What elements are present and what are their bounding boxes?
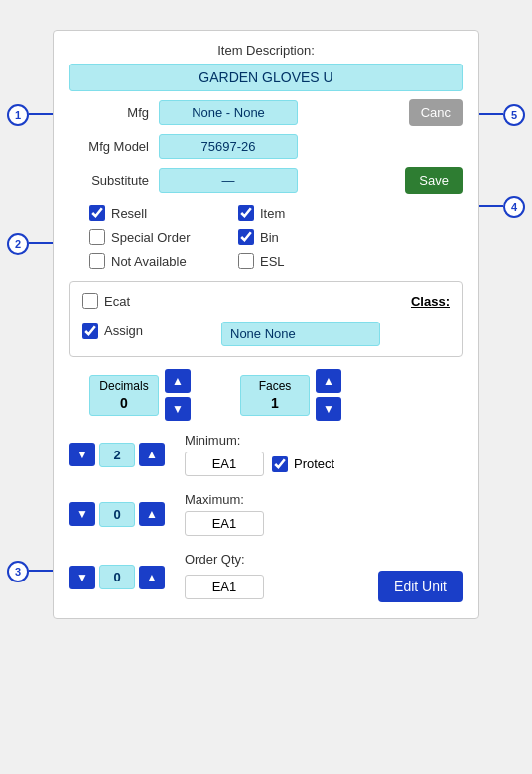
substitute-input[interactable]	[159, 168, 298, 193]
minimum-unit-input[interactable]	[185, 452, 264, 476]
maximum-row: ▼ 0 ▲ Maximum:	[69, 492, 463, 536]
not-available-label: Not Available	[111, 254, 187, 269]
order-qty-unit-input[interactable]	[185, 575, 264, 599]
ecat-checkbox-item[interactable]: Ecat	[82, 293, 201, 309]
class-section: Ecat Class: Assign	[69, 281, 463, 357]
main-form: Item Description: Mfg Canc Mfg Model Sub…	[53, 30, 479, 619]
checkbox-row-1: Resell Item	[89, 205, 463, 221]
faces-label: Faces	[241, 376, 309, 393]
esl-checkbox-item[interactable]: ESL	[238, 253, 357, 269]
esl-label: ESL	[260, 254, 285, 269]
cancel-button[interactable]: Canc	[409, 99, 463, 126]
special-order-checkbox-item[interactable]: Special Order	[89, 229, 208, 245]
substitute-row: Substitute Save	[69, 167, 463, 194]
order-qty-stepper: ▼ 0 ▲	[69, 565, 165, 589]
mfg-label: Mfg	[69, 105, 149, 120]
class-input[interactable]	[221, 322, 380, 346]
bin-checkbox-item[interactable]: Bin	[238, 229, 357, 245]
protect-checkbox[interactable]	[272, 456, 288, 472]
save-button[interactable]: Save	[405, 167, 463, 194]
order-qty-down-button[interactable]: ▼	[69, 566, 95, 589]
faces-spinner: Faces 1 ▲ ▼	[240, 369, 341, 421]
faces-value: 1	[241, 393, 309, 415]
resell-checkbox[interactable]	[89, 205, 105, 221]
mfg-model-row: Mfg Model	[69, 134, 463, 159]
order-qty-label: Order Qty:	[185, 552, 463, 567]
minimum-down-button[interactable]: ▼	[69, 443, 95, 466]
bin-label: Bin	[260, 230, 279, 245]
order-qty-value: 0	[99, 565, 135, 589]
assign-checkbox-item[interactable]: Assign	[82, 323, 201, 339]
annotation-4: 4	[503, 196, 525, 218]
substitute-label: Substitute	[69, 173, 149, 188]
faces-down-button[interactable]: ▼	[316, 397, 341, 421]
annotation-3: 3	[7, 561, 29, 582]
decimals-value: 0	[90, 393, 158, 415]
annotation-2: 2	[7, 233, 29, 255]
mfg-model-input[interactable]	[159, 134, 298, 159]
class-header: Class:	[221, 292, 450, 310]
maximum-label-group: Maximum:	[185, 492, 264, 536]
ecat-checkbox[interactable]	[82, 293, 98, 309]
minimum-row: ▼ 2 ▲ Minimum: Protect	[69, 433, 463, 476]
minimum-up-button[interactable]: ▲	[139, 443, 165, 466]
edit-unit-button[interactable]: Edit Unit	[378, 571, 463, 602]
bottom-section: ▼ 2 ▲ Minimum: Protect	[69, 433, 463, 602]
checkbox-row-3: Not Available ESL	[89, 253, 463, 269]
maximum-value: 0	[99, 502, 135, 527]
decimals-label: Decimals	[90, 376, 158, 393]
mfg-row: Mfg Canc	[69, 99, 463, 126]
class-box-top-row: Ecat Class:	[82, 292, 450, 310]
faces-box: Faces 1	[240, 375, 310, 416]
mfg-model-label: Mfg Model	[69, 139, 149, 154]
minimum-stepper: ▼ 2 ▲	[69, 443, 165, 467]
special-order-checkbox[interactable]	[89, 229, 105, 245]
protect-label: Protect	[294, 456, 334, 471]
annotation-1: 1	[7, 104, 29, 126]
item-checkbox[interactable]	[238, 205, 254, 221]
minimum-label: Minimum:	[185, 433, 334, 448]
assign-label: Assign	[104, 323, 143, 338]
not-available-checkbox[interactable]	[89, 253, 105, 269]
resell-checkbox-item[interactable]: Resell	[89, 205, 208, 221]
minimum-label-group: Minimum: Protect	[185, 433, 334, 476]
maximum-unit-input[interactable]	[185, 511, 264, 536]
decimals-down-button[interactable]: ▼	[165, 397, 191, 421]
not-available-checkbox-item[interactable]: Not Available	[89, 253, 208, 269]
order-qty-row: ▼ 0 ▲ Order Qty: Edit Unit	[69, 552, 463, 602]
protect-checkbox-item[interactable]: Protect	[272, 456, 334, 472]
item-checkbox-item[interactable]: Item	[238, 205, 357, 221]
bin-checkbox[interactable]	[238, 229, 254, 245]
order-qty-label-group: Order Qty: Edit Unit	[185, 552, 463, 602]
spinners-section: Decimals 0 ▲ ▼ Faces 1 ▲ ▼	[89, 369, 463, 421]
decimals-buttons: ▲ ▼	[165, 369, 191, 421]
decimals-up-button[interactable]: ▲	[165, 369, 191, 393]
annotation-5: 5	[503, 104, 525, 126]
checkboxes-section: Resell Item Special Order Bin	[69, 205, 463, 269]
maximum-stepper: ▼ 0 ▲	[69, 502, 165, 527]
faces-buttons: ▲ ▼	[316, 369, 341, 421]
order-qty-up-button[interactable]: ▲	[139, 566, 165, 589]
item-description-input[interactable]	[69, 64, 463, 91]
item-label: Item	[260, 206, 285, 221]
resell-label: Resell	[111, 206, 147, 221]
minimum-value: 2	[99, 443, 135, 467]
item-description-label: Item Description:	[69, 43, 463, 58]
mfg-input[interactable]	[159, 100, 298, 125]
special-order-label: Special Order	[111, 230, 190, 245]
class-header-label: Class:	[411, 294, 450, 309]
maximum-label: Maximum:	[185, 492, 264, 507]
ecat-label: Ecat	[104, 294, 130, 309]
decimals-spinner: Decimals 0 ▲ ▼	[89, 369, 191, 421]
esl-checkbox[interactable]	[238, 253, 254, 269]
decimals-box: Decimals 0	[89, 375, 159, 416]
class-box-bottom-row: Assign	[82, 316, 450, 346]
assign-checkbox[interactable]	[82, 323, 98, 339]
faces-up-button[interactable]: ▲	[316, 369, 341, 393]
checkbox-row-2: Special Order Bin	[89, 229, 463, 245]
maximum-down-button[interactable]: ▼	[69, 502, 95, 526]
maximum-up-button[interactable]: ▲	[139, 502, 165, 526]
